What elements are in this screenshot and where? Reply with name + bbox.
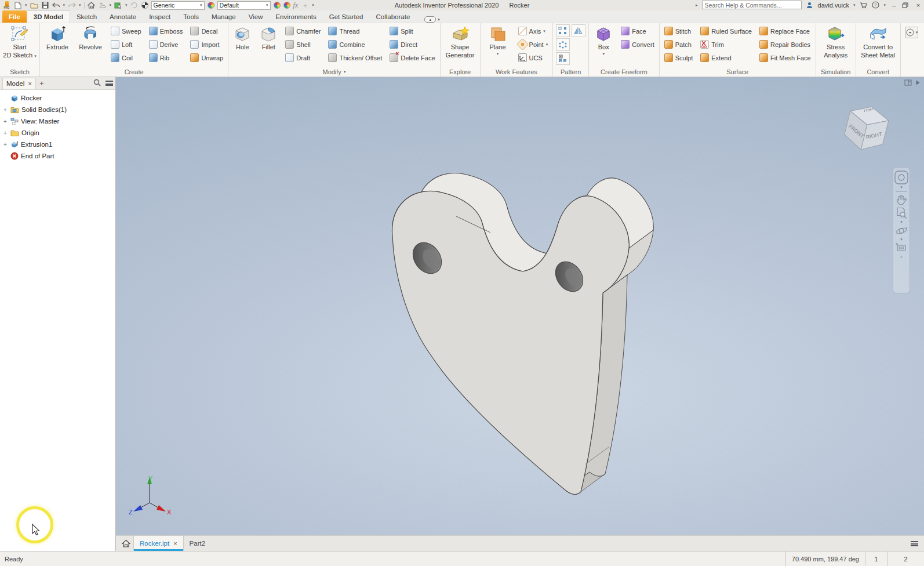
circular-pattern-button[interactable] (556, 38, 570, 51)
group-label-create-freeform[interactable]: Create Freeform (592, 67, 656, 77)
pan-icon[interactable] (896, 194, 907, 206)
direct-button[interactable]: Direct (388, 38, 436, 51)
extend-button[interactable]: Extend (699, 51, 754, 64)
group-label-explore[interactable]: Explore (443, 67, 477, 77)
browser-menu-icon[interactable] (106, 81, 113, 86)
tab-annotate[interactable]: Annotate (103, 10, 143, 23)
split-button[interactable]: Split (388, 24, 436, 38)
undo-icon[interactable] (52, 1, 60, 9)
appearance-combobox[interactable]: Default ▾ (217, 1, 271, 10)
axis-button[interactable]: Axis▾ (516, 24, 550, 38)
tree-item-end-of-part[interactable]: End of Part (2, 150, 115, 162)
collapse-panel-arrow-icon[interactable] (915, 79, 921, 87)
panel-collapse-arrow-icon[interactable]: ▸ (696, 3, 698, 8)
tree-item-view-master[interactable]: + View: Master (2, 115, 115, 127)
user-caret[interactable]: ▾ (853, 3, 856, 8)
home-icon[interactable] (88, 1, 96, 9)
material-combobox[interactable]: Generic ▾ (151, 1, 205, 10)
freeform-box-button[interactable]: Box ▾ (592, 24, 615, 56)
group-label-surface[interactable]: Surface (663, 67, 813, 77)
convert-to-sheet-metal-button[interactable]: Convert to Sheet Metal (859, 24, 897, 59)
group-label-create[interactable]: Create (43, 67, 225, 77)
point-button[interactable]: Point▾ (516, 38, 550, 51)
doc-tab-rocker[interactable]: Rocker.ipt × (133, 536, 184, 551)
tab-tools[interactable]: Tools (177, 10, 205, 23)
draft-button[interactable]: Draft (283, 51, 322, 64)
ruled-surface-button[interactable]: Ruled Surface (699, 24, 754, 38)
sculpt-button[interactable]: Sculpt (663, 51, 695, 64)
tab-inspect[interactable]: Inspect (143, 10, 177, 23)
search-input[interactable] (702, 1, 802, 9)
minimize-button[interactable]: – (890, 2, 898, 9)
ribbon-display-toggle[interactable]: ▲ ▾ (424, 16, 440, 23)
revolve-button[interactable]: Revolve (76, 24, 105, 51)
redo-icon[interactable] (68, 1, 76, 9)
browser-tab-close-icon[interactable]: × (28, 80, 32, 87)
tab-manage[interactable]: Manage (205, 10, 242, 23)
shell-button[interactable]: Shell (283, 38, 322, 51)
restore-button[interactable] (902, 2, 910, 8)
shape-generator-button[interactable]: Shape Generator (443, 24, 477, 59)
graphics-viewport[interactable]: TOP FRONT RIGHT ▼ ▼ ▼ ≡ (116, 77, 924, 535)
hole-button[interactable]: Hole (231, 24, 253, 51)
navbar-expand-icon[interactable]: ≡ (900, 255, 903, 259)
tree-item-extrusion1[interactable]: + Extrusion1 (2, 139, 115, 150)
open-icon[interactable] (30, 1, 38, 9)
browser-tab-model[interactable]: Model × (2, 78, 36, 89)
sketch-driven-pattern-button[interactable]: ++ (556, 52, 570, 65)
combine-button[interactable]: Combine (326, 38, 384, 51)
thicken-offset-button[interactable]: Thicken/ Offset (326, 51, 384, 64)
select-tool-caret[interactable]: ▾ (125, 3, 128, 8)
ribbon-expand-button[interactable]: ▾ (905, 27, 919, 38)
start-2d-sketch-button[interactable]: Start 2D Sketch ▾ (3, 24, 37, 59)
parameters-fx-icon[interactable]: fx (293, 1, 299, 10)
tree-item-origin[interactable]: + Origin (2, 127, 115, 139)
new-file-caret[interactable]: ▾ (25, 3, 27, 8)
user-name[interactable]: david.vuick (818, 2, 849, 9)
undo-caret[interactable]: ▾ (63, 3, 66, 8)
browser-search-icon[interactable] (93, 79, 101, 88)
clear-appearance-icon[interactable] (283, 2, 290, 9)
split-window-icon[interactable] (904, 79, 912, 87)
orbit-caret[interactable]: ▼ (900, 238, 903, 241)
mirror-button[interactable] (572, 24, 585, 37)
rib-button[interactable]: Rib (147, 51, 185, 64)
update-icon[interactable] (130, 1, 139, 9)
unwrap-button[interactable]: Unwrap (188, 51, 225, 64)
doc-tab-close-icon[interactable]: × (173, 540, 177, 547)
rocker-part-model[interactable] (116, 77, 924, 535)
zoom-caret[interactable]: ▼ (900, 220, 903, 224)
save-icon[interactable] (41, 1, 49, 9)
rectangular-pattern-button[interactable] (556, 24, 570, 37)
browser-add-tab-button[interactable]: + (39, 79, 44, 88)
freeform-convert-button[interactable]: Convert (619, 38, 656, 51)
emboss-button[interactable]: Emboss (147, 24, 185, 38)
extrude-button[interactable]: Extrude (43, 24, 72, 51)
group-label-sketch[interactable]: Sketch (3, 67, 37, 77)
tab-3d-model[interactable]: 3D Model (27, 10, 70, 23)
new-file-icon[interactable] (14, 1, 22, 9)
tab-collaborate[interactable]: Collaborate (370, 10, 417, 23)
tab-get-started[interactable]: Get Started (323, 10, 370, 23)
group-label-modify[interactable]: Modify▾ (231, 67, 436, 77)
thread-button[interactable]: Thread (326, 24, 384, 38)
tree-item-solid-bodies[interactable]: + Solid Bodies(1) (2, 104, 115, 115)
stitch-button[interactable]: Stitch (663, 24, 695, 38)
tree-item-rocker[interactable]: Rocker (2, 92, 115, 104)
inventor-logo-icon[interactable]: PRO (2, 1, 11, 10)
replace-face-button[interactable]: Replace Face (758, 24, 813, 38)
select-tool-icon[interactable] (114, 1, 122, 9)
orbit-icon[interactable] (895, 225, 908, 237)
import-button[interactable]: Import (188, 38, 225, 51)
tab-view[interactable]: View (242, 10, 270, 23)
fit-mesh-face-button[interactable]: Fit Mesh Face (758, 51, 813, 64)
tab-environments[interactable]: Environments (269, 10, 322, 23)
group-label-pattern[interactable]: Pattern (556, 67, 585, 77)
group-label-simulation[interactable]: Simulation (819, 67, 853, 77)
stress-analysis-button[interactable]: Stress Analysis (819, 24, 853, 59)
close-button[interactable]: × (914, 2, 922, 9)
zoom-icon[interactable] (896, 207, 907, 219)
store-cart-icon[interactable] (859, 1, 867, 9)
derive-button[interactable]: Derive (147, 38, 185, 51)
group-label-work-features[interactable]: Work Features (483, 67, 550, 77)
